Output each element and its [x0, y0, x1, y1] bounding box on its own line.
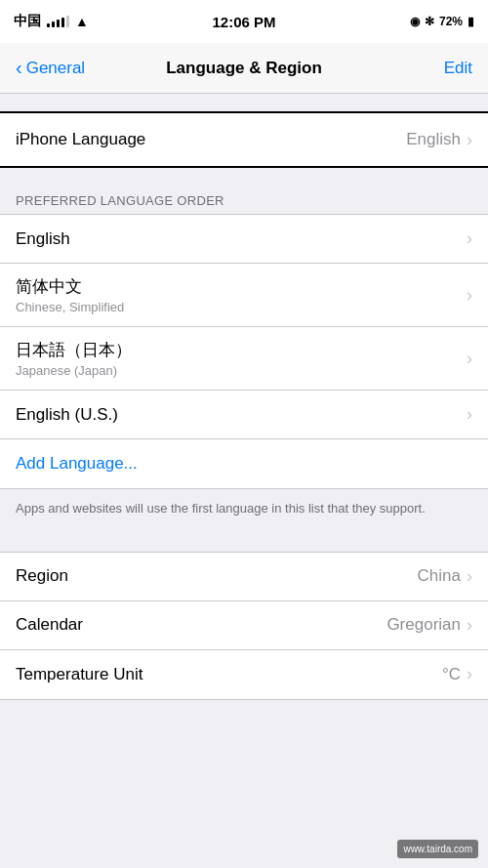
edit-button[interactable]: Edit — [444, 59, 472, 78]
preferred-language-footer: Apps and websites will use the first lan… — [0, 489, 488, 534]
temperature-value: °C — [442, 665, 461, 684]
language-list: English › 简体中文 Chinese, Simplified › 日本語… — [0, 214, 488, 489]
battery-icon: ▮ — [468, 15, 474, 28]
language-item-english[interactable]: English › — [0, 215, 488, 264]
back-label: General — [26, 59, 85, 78]
signal-bar-1 — [47, 23, 50, 27]
other-settings-section: Region China › Calendar Gregorian › Temp… — [0, 552, 488, 700]
chevron-right-icon-3: › — [467, 404, 472, 425]
status-right: ◉ ✻ 72% ▮ — [410, 15, 474, 28]
region-label: Region — [16, 566, 68, 586]
iphone-language-row[interactable]: iPhone Language English › — [0, 113, 488, 166]
iphone-language-value-group: English › — [406, 130, 472, 150]
signal-bar-4 — [61, 18, 64, 27]
language-item-chinese-right: › — [467, 285, 472, 306]
language-item-english-us[interactable]: English (U.S.) › — [0, 391, 488, 439]
language-subtitle-japanese: Japanese (Japan) — [16, 363, 132, 378]
region-value-group: China › — [418, 566, 472, 587]
back-chevron-icon: ‹ — [16, 57, 22, 79]
preferred-language-section: PREFERRED LANGUAGE ORDER English › 简体中文 … — [0, 186, 488, 534]
add-language-label: Add Language... — [16, 454, 138, 474]
status-bar: 中国 ▲ 12:06 PM ◉ ✻ 72% ▮ — [0, 0, 488, 43]
temperature-label: Temperature Unit — [16, 665, 142, 684]
location-icon: ◉ — [410, 15, 420, 28]
language-item-english-us-right: › — [467, 404, 472, 425]
region-row[interactable]: Region China › — [0, 553, 488, 601]
other-settings-list: Region China › Calendar Gregorian › Temp… — [0, 552, 488, 700]
status-time: 12:06 PM — [212, 14, 275, 30]
nav-bar: ‹ General Language & Region Edit — [0, 43, 488, 94]
bluetooth-icon: ✻ — [425, 15, 434, 28]
chevron-right-icon: › — [467, 130, 472, 150]
signal-bar-2 — [52, 21, 55, 27]
signal-bar-3 — [57, 20, 60, 27]
chevron-right-icon-region: › — [467, 566, 472, 587]
calendar-value-group: Gregorian › — [386, 615, 472, 636]
language-title-japanese: 日本語（日本） — [16, 339, 132, 361]
carrier-text: 中国 — [14, 13, 41, 30]
calendar-value: Gregorian — [386, 615, 461, 635]
language-item-japanese-right: › — [467, 349, 472, 369]
language-item-english-us-left: English (U.S.) — [16, 405, 118, 425]
chevron-right-icon-0: › — [467, 228, 472, 249]
language-title-english-us: English (U.S.) — [16, 405, 118, 425]
signal-bar-5 — [66, 16, 69, 27]
page-title: Language & Region — [166, 59, 322, 78]
add-language-item[interactable]: Add Language... — [0, 439, 488, 488]
status-left: 中国 ▲ — [14, 13, 89, 30]
language-title-chinese: 简体中文 — [16, 275, 124, 298]
signal-bars — [47, 16, 69, 27]
chevron-right-icon-calendar: › — [467, 615, 472, 636]
region-value: China — [418, 566, 461, 586]
chevron-right-icon-1: › — [467, 285, 472, 306]
watermark: www.tairda.com — [397, 840, 478, 858]
language-item-chinese-left: 简体中文 Chinese, Simplified — [16, 275, 124, 314]
iphone-language-label: iPhone Language — [16, 130, 145, 149]
temperature-value-group: °C › — [442, 664, 472, 684]
language-item-chinese[interactable]: 简体中文 Chinese, Simplified › — [0, 264, 488, 327]
wifi-icon: ▲ — [75, 14, 89, 29]
calendar-label: Calendar — [16, 615, 83, 635]
calendar-row[interactable]: Calendar Gregorian › — [0, 601, 488, 650]
language-item-english-right: › — [467, 228, 472, 249]
temperature-row[interactable]: Temperature Unit °C › — [0, 650, 488, 699]
language-item-japanese-left: 日本語（日本） Japanese (Japan) — [16, 339, 132, 378]
language-title-english: English — [16, 229, 70, 249]
iphone-language-section: iPhone Language English › — [0, 111, 488, 168]
preferred-language-header: PREFERRED LANGUAGE ORDER — [0, 186, 488, 214]
battery-text: 72% — [439, 15, 463, 28]
iphone-language-value: English — [406, 130, 461, 149]
back-button[interactable]: ‹ General — [16, 58, 85, 79]
language-item-japanese[interactable]: 日本語（日本） Japanese (Japan) › — [0, 327, 488, 391]
language-item-english-left: English — [16, 229, 70, 249]
chevron-right-icon-temperature: › — [467, 664, 472, 684]
chevron-right-icon-2: › — [467, 349, 472, 369]
language-subtitle-chinese: Chinese, Simplified — [16, 300, 124, 314]
